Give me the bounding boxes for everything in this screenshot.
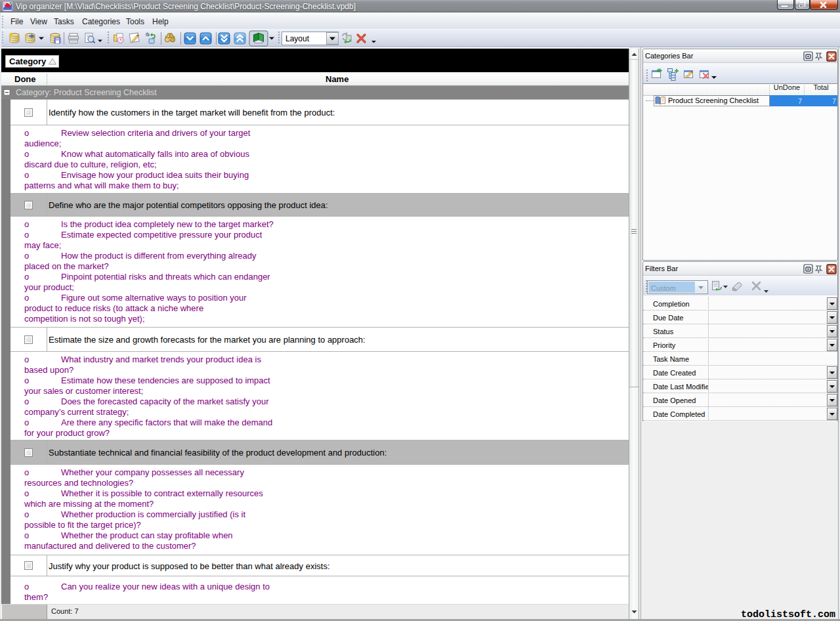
svg-text:Layout: Layout — [285, 34, 310, 43]
